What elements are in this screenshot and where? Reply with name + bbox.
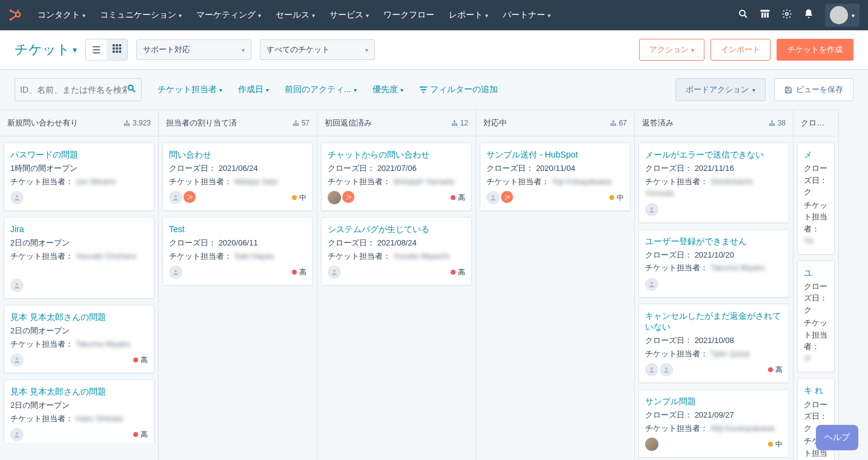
svg-rect-69 [612,120,614,122]
column-header[interactable]: 担当者の割り当て済57 [159,110,317,136]
filter-last-activity[interactable]: 前回のアクティ...▾ [285,84,357,95]
card-owner-extra [10,263,148,275]
column-title: 新規問い合わせ有り [7,118,78,128]
avatar-icon [486,191,500,204]
svg-rect-71 [612,124,614,125]
save-view-button[interactable]: ビューを保存 [774,78,853,101]
svg-rect-43 [297,124,299,125]
filter-owner[interactable]: チケット担当者▾ [157,84,222,95]
ticket-card[interactable]: Jira2日の間オープンチケット担当者 Yasuaki Onohara [4,217,154,299]
svg-rect-11 [767,12,769,17]
card-owner: チケット担当者 Yasuaki Onohara [10,250,148,262]
help-button[interactable]: ヘルプ [816,425,858,450]
column-header[interactable]: 新規問い合わせ有り3,923 [0,110,158,136]
priority-badge: 高 [451,267,465,278]
card-title: ユーザー登録ができません [645,236,783,247]
svg-point-91 [651,207,653,210]
avatar-icon [645,278,658,291]
avatar-icon [10,353,24,367]
avatar-icon [645,203,658,216]
hubspot-badge-icon [342,191,354,203]
ticket-card[interactable]: キャンセルしたがまだ返金がされていないクローズ日 2021/10/08チケット担… [638,304,789,383]
card-title: キ れ [804,385,828,396]
hubspot-badge-icon [184,191,196,203]
svg-rect-72 [614,124,616,125]
card-open-duration: 2日の間オープン [10,237,148,249]
priority-badge: 中 [292,193,306,203]
svg-point-22 [128,85,133,90]
ticket-card[interactable]: 見本 見本太郎さんの問題2日の間オープンチケット担当者 Haku Shibata… [4,379,154,442]
board-actions-button[interactable]: ボードアクション▾ [675,78,766,101]
avatar-icon [645,438,658,451]
marketplace-icon[interactable] [760,8,770,22]
create-ticket-button[interactable]: チケットを作成 [777,39,853,61]
search-input[interactable] [20,85,127,95]
column-count: 38 [769,119,786,127]
settings-gear-icon[interactable] [781,8,792,22]
card-owner: チケット担当者 Saki Hayas [169,250,306,262]
svg-point-4 [10,19,12,21]
ticket-card[interactable]: 問い合わせクローズ日 2021/06/24チケット担当者 Midaya Sato… [162,142,313,211]
search-icon[interactable] [738,8,749,22]
column-header[interactable]: 対応中67 [476,110,634,136]
ticket-card[interactable]: メクローズ日 クチケット担当者 Ya [797,142,835,255]
column-header[interactable]: 返答済み38 [635,110,793,136]
card-avatars [645,363,673,376]
nav-sales[interactable]: セールス▾ [270,6,321,24]
ticket-card[interactable]: サンプル問題クローズ日 2021/09/27チケット担当者 Wiji Kouba… [638,389,789,458]
avatar-icon [645,363,658,376]
svg-rect-28 [124,124,126,125]
ticket-card[interactable]: ユクローズ日 クチケット担当者 チ [797,261,835,373]
column-body[interactable]: メクローズ日 クチケット担当者 Yaユクローズ日 クチケット担当者 チキ れクロ… [793,136,838,460]
column-body[interactable]: 問い合わせクローズ日 2021/06/24チケット担当者 Midaya Sato… [159,136,317,298]
ticket-card[interactable]: システムバグが生じているクローズ日 2021/08/24チケット担当者 Yusu… [321,217,472,285]
nav-marketing[interactable]: マーケティング▾ [190,6,267,24]
import-button[interactable]: インポート [711,39,770,61]
column-header[interactable]: クローズ [793,110,838,136]
column-body[interactable]: メールがエラーで送信できないクローズ日 2021/11/16チケット担当者 Sh… [635,136,793,460]
board-scroll[interactable]: 新規問い合わせ有り3,923パスワードの問題1時間の間オープンチケット担当者 J… [0,110,868,460]
column-body[interactable]: パスワードの問題1時間の間オープンチケット担当者 Jun MikamiJira2… [0,136,158,442]
primary-nav: コンタクト▾ コミュニケーション▾ マーケティング▾ セールス▾ サービス▾ ワ… [31,6,557,24]
filter-create-date[interactable]: 作成日▾ [238,84,269,95]
ticket-card[interactable]: チャットからの問い合わせクローズ日 2021/07/06チケット担当者 Shin… [321,142,472,211]
nav-service[interactable]: サービス▾ [323,6,375,24]
filter-priority[interactable]: 優先度▾ [373,84,403,95]
board-view-button[interactable] [107,39,127,60]
ticket-card[interactable]: ユーザー登録ができませんクローズ日 2021/10/20チケット担当者 Taku… [638,229,789,298]
nav-automation[interactable]: ワークフロー [377,6,440,24]
search-icon[interactable] [127,84,136,96]
svg-rect-29 [126,124,128,125]
ticket-card[interactable]: メールがエラーで送信できないクローズ日 2021/11/16チケット担当者 Sh… [638,142,789,223]
nav-partner[interactable]: パートナー▾ [497,6,557,24]
svg-rect-14 [116,44,118,47]
page-title-dropdown[interactable]: チケット▾ [15,41,77,59]
svg-point-66 [346,195,347,196]
card-owner: チケット担当者 Haku Shibata [10,413,148,425]
avatar-icon [10,428,24,441]
column-count: 3,923 [124,119,151,127]
nav-contacts[interactable]: コンタクト▾ [31,6,91,24]
nav-reports[interactable]: レポート▾ [443,6,494,24]
priority-badge: 中 [609,193,624,203]
pipeline-select[interactable]: サポート対応▾ [136,39,251,60]
svg-rect-21 [119,51,122,53]
ticket-card[interactable]: Testクローズ日 2020/06/11チケット担当者 Saki Hayas高 [162,217,313,285]
hubspot-logo-icon[interactable] [8,8,22,22]
ticket-card[interactable]: 見本 見本太郎さんの問題2日の間オープンチケット担当者 Takuma Miyak… [4,305,154,373]
nav-conversations[interactable]: コミュニケーション▾ [94,6,188,24]
column-header[interactable]: 初回返信済み12 [317,110,475,136]
actions-button[interactable]: アクション▾ [639,39,704,61]
add-filter-link[interactable]: フィルターの追加 [419,84,498,95]
list-view-button[interactable]: ☰ [86,39,107,60]
card-avatars [169,191,196,204]
account-menu[interactable]: ▾ [825,4,860,27]
column-body[interactable]: サンプル送付 - HubSpotクローズ日 2020/11/04チケット担当者 … [476,136,634,223]
card-close-date: クローズ日 2021/10/08 [645,335,783,347]
view-select[interactable]: すべてのチケット▾ [260,39,375,60]
ticket-card[interactable]: サンプル送付 - HubSpotクローズ日 2020/11/04チケット担当者 … [480,142,631,211]
ticket-card[interactable]: パスワードの問題1時間の間オープンチケット担当者 Jun Mikami [4,142,154,211]
notifications-bell-icon[interactable] [803,8,814,22]
column-body[interactable]: チャットからの問い合わせクローズ日 2021/07/06チケット担当者 Shin… [317,136,475,298]
svg-line-23 [133,90,135,92]
